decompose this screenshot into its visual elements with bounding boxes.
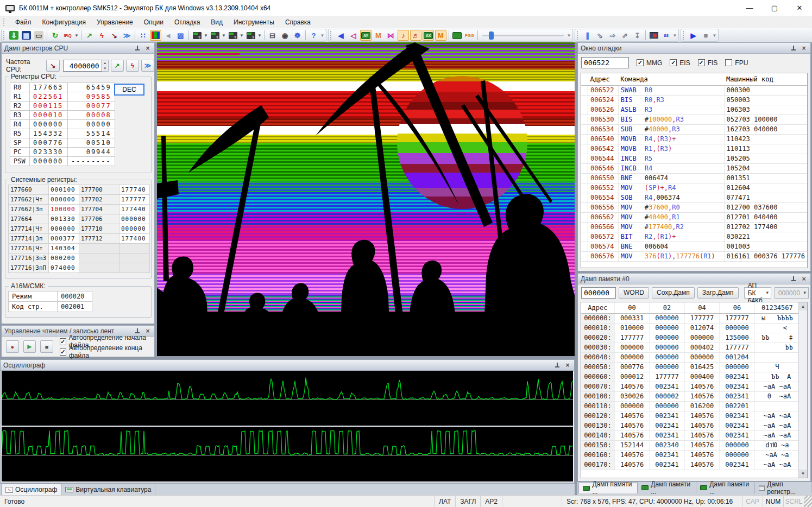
breakpoint-gutter[interactable]	[581, 183, 588, 193]
disassembly-row[interactable]: 006524BISR0,R3050003	[581, 95, 807, 105]
fdd-3-icon[interactable]	[245, 30, 256, 41]
close-icon[interactable]: ×	[800, 45, 808, 52]
checkbox-icon[interactable]: ✓	[670, 59, 677, 66]
memory-row[interactable]: 000160:140576002341140576000000~аА ~а	[581, 450, 800, 460]
screenshot-icon[interactable]: ◉	[279, 30, 291, 41]
memory-row[interactable]: 000060:000012177777000400002341 ЪЪ А	[581, 372, 800, 382]
breakpoint-gutter[interactable]	[581, 251, 588, 261]
memory-row[interactable]: 000100:030026000002140576002341 0 ~аА	[581, 391, 800, 401]
pin-icon[interactable]	[134, 45, 141, 52]
bowtie-icon[interactable]: ⋈	[385, 30, 396, 41]
memory-row[interactable]: 000040:000000000000000000001204	[581, 352, 800, 362]
memory-row[interactable]: 000020:177777000000000000135000ЪЪ ‡	[581, 333, 800, 343]
memory-row[interactable]: 000140:140576002341140576002341~аА ~аА	[581, 430, 800, 440]
dump-tab-1[interactable]: Дамп памяти ...	[578, 482, 638, 493]
breakpoint-gutter[interactable]	[581, 124, 588, 134]
toolbar-grip[interactable]	[683, 31, 685, 40]
breakpoint-gutter[interactable]	[581, 154, 588, 163]
irq-icon-dropdown[interactable]: ▼	[74, 33, 79, 38]
windows-icon[interactable]: 88	[660, 30, 672, 41]
toolbar-grip[interactable]	[577, 31, 580, 40]
cpu-register-row[interactable]: R300001000008	[10, 111, 115, 120]
word-mode-button[interactable]: WORD	[619, 287, 649, 299]
midi-icon[interactable]: M	[373, 30, 384, 41]
tape-play-button[interactable]: ▶	[23, 340, 36, 353]
covox-icon[interactable]: ♪	[398, 30, 409, 41]
ff-icon[interactable]: ≫	[121, 30, 133, 41]
view-tab-1[interactable]: ∿Осциллограф	[1, 484, 61, 495]
fdd-1-icon[interactable]	[209, 30, 221, 41]
breakpoint-gutter[interactable]	[581, 144, 588, 154]
m-sel-icon[interactable]: M	[435, 30, 446, 41]
breakpoint-gutter[interactable]	[581, 85, 588, 95]
speaker-alt-icon[interactable]: ◁	[348, 30, 359, 41]
disassembly-row[interactable]: 006542MOVBR1,(R3)110113	[581, 144, 807, 154]
toolbar-overflow[interactable]: ▼	[566, 33, 571, 38]
run-to-cursor-icon[interactable]: ↧	[632, 30, 643, 41]
dump-tab-2[interactable]: Дамп памяти ...	[638, 482, 696, 493]
disassembly-row[interactable]: 006554SOBR4,006374077471	[581, 193, 807, 202]
disassembly-row[interactable]: 006566MOV#177400,R2012702 177400	[581, 222, 807, 232]
pin-icon[interactable]	[790, 45, 797, 52]
settings-icon[interactable]: ☸	[292, 30, 303, 41]
volume-slider-thumb[interactable]	[489, 31, 494, 40]
menu-item-3[interactable]: Управление	[91, 17, 139, 28]
breakpoint-gutter[interactable]	[581, 212, 588, 222]
fdd-0-icon-dropdown[interactable]: ▼	[203, 33, 209, 38]
save-dump-button[interactable]: Сохр.Дамп	[652, 287, 695, 299]
memory-row[interactable]: 000120:140576002341140576002341~аА ~аА	[581, 411, 800, 421]
breakpoint-gutter[interactable]	[581, 173, 588, 183]
checkbox-icon[interactable]	[725, 59, 732, 66]
menu-item-1[interactable]: Файл	[10, 17, 37, 28]
slow-icon[interactable]: ↘	[109, 30, 120, 41]
disassembly-row[interactable]: 006552MOV(SP)+,R4012604	[581, 183, 807, 193]
help-icon[interactable]: ?	[308, 30, 319, 41]
memory-row[interactable]: 000170:140576002341140576002341~аА ~аА	[581, 460, 800, 470]
print-icon[interactable]: ⊟	[267, 30, 278, 41]
checkbox-icon[interactable]: ✓	[637, 59, 644, 66]
cpu-register-row[interactable]: PSW000000--------	[10, 157, 115, 166]
disassembly-row[interactable]: 006576MOV376(R1),177776(R1)016161 000376…	[581, 251, 807, 261]
covox-stereo-icon[interactable]: ♬	[410, 30, 421, 41]
volume-slider[interactable]	[480, 30, 566, 41]
disassembly-row[interactable]: 006574BNE006604001003	[581, 242, 807, 251]
cpu-register-row[interactable]: R200011500077	[10, 102, 115, 111]
memory-scrollbar[interactable]: ▲ ▼	[798, 302, 807, 478]
fdd-2-icon-dropdown[interactable]: ▼	[239, 33, 244, 38]
checkbox-icon[interactable]: ✓	[60, 338, 66, 345]
memory-row[interactable]: 000130:140576002341140576002341~аА ~аА	[581, 421, 800, 430]
breakpoint-gutter[interactable]	[581, 202, 588, 212]
toolbar-overflow[interactable]: ▼	[672, 33, 677, 38]
close-icon[interactable]: ×	[800, 275, 808, 283]
fdd-2-icon[interactable]	[227, 30, 238, 41]
emulator-screen[interactable]	[156, 42, 575, 356]
resize-grip[interactable]	[804, 496, 812, 507]
toolbar-grip[interactable]	[330, 31, 333, 40]
volume-slider-track[interactable]	[482, 30, 564, 40]
tape-stop-button[interactable]: ■	[40, 340, 53, 353]
toolbar-grip[interactable]	[3, 31, 6, 40]
tape-record-button[interactable]: ●	[6, 340, 19, 353]
menu-item-7[interactable]: Инструменты	[228, 17, 280, 28]
address-space-combo[interactable]: АП БК 64Кб▼	[744, 287, 771, 299]
dec-button[interactable]: DEC	[114, 84, 144, 96]
scroll-down-icon[interactable]: ▼	[799, 470, 807, 478]
close-button[interactable]: ✕	[787, 0, 812, 16]
option-checkbox-fpu[interactable]: FPU	[725, 59, 748, 67]
checkbox-icon[interactable]: ✓	[60, 348, 66, 356]
fdd-1-icon-dropdown[interactable]: ▼	[221, 33, 226, 38]
breakpoint-gutter[interactable]	[581, 222, 588, 232]
speaker-icon[interactable]: ◀	[335, 30, 347, 41]
option-checkbox-mmg[interactable]: ✓MMG	[637, 59, 662, 67]
pin-icon[interactable]	[790, 276, 797, 282]
ax-chip-icon[interactable]: AX	[423, 30, 434, 41]
memory-row[interactable]: 000010:010000000000012074000000 <	[581, 323, 800, 333]
breakpoint-gutter[interactable]	[581, 105, 588, 115]
chip-icon[interactable]	[451, 30, 463, 41]
breakpoint-gutter[interactable]	[581, 95, 588, 105]
record-avi-icon[interactable]	[648, 30, 659, 41]
toolbar-overflow[interactable]: ▼	[320, 33, 325, 38]
disassembly-row[interactable]: 006530BIS#100000,R3052703 100000	[581, 115, 807, 124]
disassembly-row[interactable]: 006522SWABR0000300	[581, 85, 807, 95]
breakpoint-gutter[interactable]	[581, 134, 588, 144]
